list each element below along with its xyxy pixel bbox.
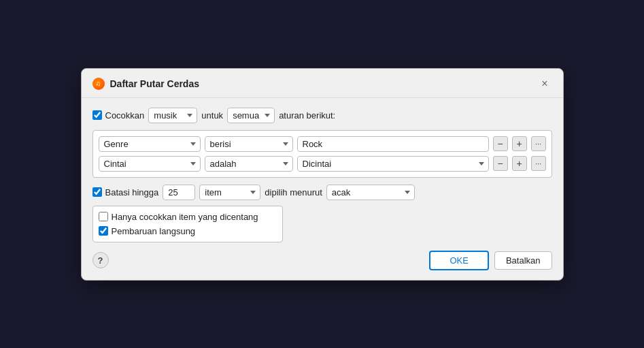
title-bar-left: ♫ Daftar Putar Cerdas [92,78,200,90]
music-select[interactable]: musik [148,108,197,123]
close-button[interactable]: × [537,77,552,91]
pembaruan-checkbox-label[interactable]: Pembaruan langsung [99,226,196,236]
batasi-checkbox-label[interactable]: Batasi hingga [92,187,159,197]
help-button[interactable]: ? [92,252,109,268]
limit-input[interactable] [163,185,195,200]
dipilih-label: dipilih menurut [265,187,322,197]
rule2-condition-select[interactable]: adalah [205,156,293,172]
hanya-checkbox[interactable] [99,212,108,221]
cocokkan-label: Cocokkan [105,110,145,121]
rule-row-1: Genre berisi − + ··· [99,136,546,152]
rule1-condition-select[interactable]: berisi [205,136,293,152]
aturan-label: aturan berikut: [279,110,335,121]
rule2-field-select[interactable]: Cintai [99,156,201,172]
untuk-label: untuk [201,110,223,121]
acak-select[interactable]: acak [326,185,415,200]
dialog-title: Daftar Putar Cerdas [110,78,200,89]
limit-row: Batasi hingga item dipilih menurut acak [92,185,552,200]
semua-select[interactable]: semua [227,108,275,123]
pembaruan-checkbox[interactable] [99,226,108,236]
itunes-icon: ♫ [92,78,105,90]
rule2-value-select[interactable]: Dicintai [297,156,489,172]
rule2-minus-button[interactable]: − [493,156,508,171]
pembaruan-row: Pembaruan langsung [99,226,277,236]
rule1-field-select[interactable]: Genre [99,136,201,152]
rule2-plus-button[interactable]: + [512,156,527,171]
pembaruan-label: Pembaruan langsung [112,226,196,236]
rule1-more-button[interactable]: ··· [531,136,546,151]
bottom-right: OKE Batalkan [429,251,552,270]
hanya-label: Hanya cocokkan item yang dicentang [112,212,258,222]
cocokkan-checkbox-label[interactable]: Cocokkan [92,110,145,121]
bottom-row: ? OKE Batalkan [92,251,552,270]
rules-section: Genre berisi − + ··· Cintai adalah [92,130,552,178]
rule-row-2: Cintai adalah Dicintai − + ··· [99,156,546,172]
dialog-body: Cocokkan musik untuk semua aturan beriku… [82,98,563,280]
rule1-minus-button[interactable]: − [493,136,508,151]
title-bar: ♫ Daftar Putar Cerdas × [82,69,563,98]
cocokkan-checkbox[interactable] [92,110,102,120]
rule2-more-button[interactable]: ··· [531,156,546,171]
batasi-checkbox[interactable] [92,187,102,197]
options-section: Hanya cocokkan item yang dicentang Pemba… [92,206,283,242]
batasi-label: Batasi hingga [105,187,159,197]
ok-button[interactable]: OKE [429,251,488,270]
smart-playlist-dialog: ♫ Daftar Putar Cerdas × Cocokkan musik u… [81,68,564,281]
item-select[interactable]: item [199,185,260,200]
match-row: Cocokkan musik untuk semua aturan beriku… [92,108,552,123]
hanya-row: Hanya cocokkan item yang dicentang [99,212,277,222]
bottom-left: ? [92,252,109,268]
rule1-value-input[interactable] [297,136,489,152]
hanya-checkbox-label[interactable]: Hanya cocokkan item yang dicentang [99,212,258,222]
cancel-button[interactable]: Batalkan [494,251,552,270]
rule1-plus-button[interactable]: + [512,136,527,151]
